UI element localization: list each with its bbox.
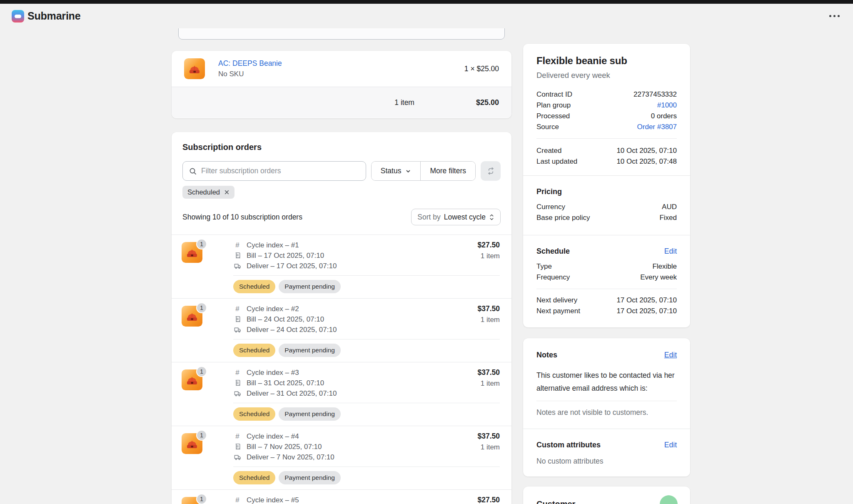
next-payment-label: Next payment bbox=[536, 306, 580, 317]
line-item-row: AC: DEEPS Beanie No SKU 1 × $25.00 bbox=[172, 51, 511, 87]
base-price-policy-label: Base price policy bbox=[536, 212, 590, 223]
order-item-count: 1 item bbox=[477, 251, 500, 261]
subscription-order-row[interactable]: 1 #Cycle index – #5 $27.50 bbox=[172, 489, 511, 504]
order-thumbnail: 1 bbox=[182, 242, 202, 293]
more-filters-label: More filters bbox=[430, 167, 466, 175]
order-item-count: 1 item bbox=[477, 378, 500, 389]
filter-search-box[interactable] bbox=[182, 161, 366, 181]
updated-value: 10 Oct 2025, 07:48 bbox=[616, 156, 677, 167]
bill-date: Bill – 17 Oct 2025, 07:10 bbox=[247, 252, 324, 260]
truck-icon bbox=[233, 389, 242, 397]
divider bbox=[536, 401, 677, 401]
active-filters-row: Scheduled bbox=[182, 186, 501, 199]
status-badge-payment-pending: Payment pending bbox=[279, 471, 341, 484]
subscription-order-row[interactable]: 1 #Cycle index – #2 Bill – 24 Oct 2025, … bbox=[172, 298, 511, 362]
refresh-icon bbox=[486, 167, 495, 175]
divider bbox=[233, 403, 500, 403]
schedule-type-label: Type bbox=[536, 261, 552, 272]
orders-card-title: Subscription orders bbox=[182, 142, 501, 152]
created-value: 10 Oct 2025, 07:10 bbox=[616, 145, 677, 156]
processed-label: Processed bbox=[536, 111, 570, 122]
notes-footnote: Notes are not visible to customers. bbox=[536, 407, 677, 418]
app-title: Submarine bbox=[27, 10, 80, 22]
summary-total: $25.00 bbox=[476, 98, 499, 107]
pricing-section: Pricing CurrencyAUD Base price policyFix… bbox=[536, 176, 677, 223]
notes-edit-link[interactable]: Edit bbox=[664, 351, 677, 359]
contract-id-label: Contract ID bbox=[536, 89, 572, 100]
next-delivery-value: 17 Oct 2025, 07:10 bbox=[616, 295, 677, 306]
pricing-title: Pricing bbox=[536, 187, 562, 197]
sort-value: Lowest cycle bbox=[444, 213, 486, 222]
subscription-order-row[interactable]: 1 #Cycle index – #1 Bill – 17 Oct 2025, … bbox=[172, 235, 511, 298]
cycle-index-label: Cycle index – #1 bbox=[247, 241, 299, 250]
subscription-order-row[interactable]: 1 #Cycle index – #3 Bill – 31 Oct 2025, … bbox=[172, 362, 511, 426]
notes-body: This customer likes to be contacted via … bbox=[536, 369, 677, 395]
hash-icon: # bbox=[233, 369, 242, 377]
hash-icon: # bbox=[233, 241, 242, 250]
cycle-index-label: Cycle index – #5 bbox=[247, 496, 299, 504]
deliver-date: Deliver – 31 Oct 2025, 07:10 bbox=[247, 389, 337, 398]
subscription-order-row[interactable]: 1 #Cycle index – #4 Bill – 7 Nov 2025, 0… bbox=[172, 426, 511, 489]
order-price: $37.50 bbox=[477, 367, 500, 378]
processed-value: 0 orders bbox=[651, 111, 677, 122]
status-badge-payment-pending: Payment pending bbox=[279, 407, 341, 421]
custom-attributes-edit-link[interactable]: Edit bbox=[664, 441, 677, 449]
orders-list-header: Showing 10 of 10 subscription orders Sor… bbox=[182, 209, 501, 225]
cycle-index-label: Cycle index – #3 bbox=[247, 369, 299, 377]
frequency-value: Every week bbox=[640, 272, 677, 283]
schedule-section: Schedule Edit TypeFlexible FrequencyEver… bbox=[536, 235, 677, 317]
search-icon bbox=[189, 167, 197, 175]
deliver-date: Deliver – 7 Nov 2025, 07:10 bbox=[247, 453, 334, 462]
quantity-badge: 1 bbox=[196, 239, 207, 250]
customer-card: Customer bbox=[523, 487, 690, 504]
more-filters-button[interactable]: More filters bbox=[421, 162, 475, 180]
source-order-link[interactable]: Order #3807 bbox=[637, 122, 677, 132]
hash-icon: # bbox=[233, 496, 242, 504]
order-price: $27.50 bbox=[477, 495, 500, 504]
summary-item-count: 1 item bbox=[394, 98, 414, 107]
contract-subtitle: Delivered every week bbox=[536, 70, 677, 81]
close-icon[interactable] bbox=[223, 189, 230, 196]
hash-icon: # bbox=[233, 305, 242, 313]
order-item-count: 1 item bbox=[477, 314, 500, 325]
product-link[interactable]: AC: DEEPS Beanie bbox=[218, 59, 282, 68]
deliver-date: Deliver – 24 Oct 2025, 07:10 bbox=[247, 326, 337, 334]
custom-attributes-empty-text: No custom attributes bbox=[536, 456, 677, 467]
search-input[interactable] bbox=[201, 167, 360, 175]
cycle-index-label: Cycle index – #4 bbox=[247, 432, 299, 441]
overflow-menu-icon[interactable] bbox=[828, 12, 841, 20]
app-header: Submarine bbox=[0, 4, 853, 28]
updown-chevron-icon bbox=[489, 213, 494, 221]
divider bbox=[233, 275, 500, 276]
order-item-count: 1 item bbox=[477, 442, 500, 452]
bill-date: Bill – 24 Oct 2025, 07:10 bbox=[247, 315, 324, 324]
divider bbox=[536, 138, 677, 139]
truck-icon bbox=[233, 326, 242, 334]
status-badge-scheduled: Scheduled bbox=[233, 280, 275, 293]
refresh-button[interactable] bbox=[481, 161, 501, 181]
currency-label: Currency bbox=[536, 202, 565, 212]
customer-avatar[interactable] bbox=[660, 495, 678, 504]
contract-id-value: 22737453332 bbox=[634, 89, 677, 100]
status-filter-button[interactable]: Status bbox=[372, 162, 421, 180]
truck-icon bbox=[233, 262, 242, 270]
customer-title: Customer bbox=[536, 499, 575, 504]
line-item-qty-price: 1 × $25.00 bbox=[464, 65, 499, 73]
frequency-label: Frequency bbox=[536, 272, 570, 283]
bill-date: Bill – 7 Nov 2025, 07:10 bbox=[247, 443, 322, 451]
schedule-edit-link[interactable]: Edit bbox=[664, 247, 677, 256]
bill-date: Bill – 31 Oct 2025, 07:10 bbox=[247, 379, 324, 387]
filter-tag-scheduled[interactable]: Scheduled bbox=[182, 186, 234, 199]
chevron-down-icon bbox=[405, 168, 411, 174]
subscription-orders-card: Subscription orders Status bbox=[172, 132, 511, 504]
sort-select[interactable]: Sort by Lowest cycle bbox=[411, 209, 501, 225]
notes-card: Notes Edit This customer likes to be con… bbox=[523, 338, 690, 477]
created-label: Created bbox=[536, 145, 561, 156]
status-badge-scheduled: Scheduled bbox=[233, 407, 275, 421]
line-items-card: AC: DEEPS Beanie No SKU 1 × $25.00 1 ite… bbox=[172, 51, 511, 118]
divider bbox=[233, 467, 500, 467]
quantity-badge: 1 bbox=[196, 494, 207, 504]
contract-summary-card: Flexible beanie sub Delivered every week… bbox=[523, 44, 690, 327]
plan-group-link[interactable]: #1000 bbox=[657, 100, 677, 111]
order-thumbnail: 1 bbox=[182, 306, 202, 357]
